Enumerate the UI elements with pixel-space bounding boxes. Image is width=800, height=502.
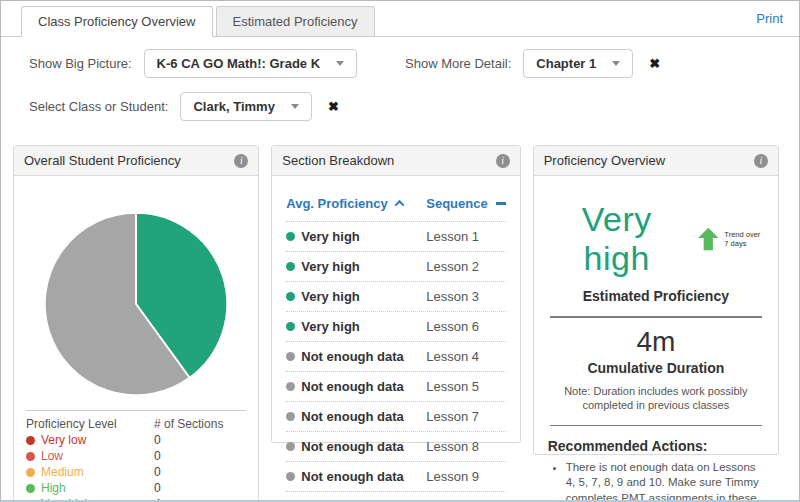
sort-sequence[interactable]: Sequence	[426, 196, 505, 211]
legend-label: Very low	[41, 432, 86, 448]
table-row: Very high Lesson 2	[286, 251, 505, 281]
high-dot-icon	[26, 484, 35, 493]
proficiency-dot-icon	[286, 382, 295, 391]
medium-dot-icon	[26, 468, 35, 477]
print-link[interactable]: Print	[756, 11, 783, 26]
tab-estimated-proficiency[interactable]: Estimated Proficiency	[216, 6, 375, 36]
clear-student-icon[interactable]: ✖	[328, 99, 339, 114]
sequence-value: Lesson 3	[426, 289, 479, 304]
recommended-actions-title: Recommended Actions:	[548, 438, 764, 454]
big-picture-dropdown[interactable]: K-6 CA GO Math!: Grade K	[144, 49, 357, 78]
trend-up-arrow-icon	[696, 226, 721, 252]
sequence-value: Lesson 5	[426, 379, 479, 394]
table-row: Not enough data Lesson 7	[286, 401, 505, 431]
filter-row-course: Show Big Picture: K-6 CA GO Math!: Grade…	[29, 49, 799, 78]
table-row: Not enough data Lesson 4	[286, 341, 505, 371]
proficiency-dashboard: { "tabs": { "class_overview": "Class Pro…	[0, 0, 800, 502]
info-icon[interactable]: i	[496, 154, 510, 168]
proficiency-dot-icon	[286, 472, 295, 481]
legend-count: 0	[154, 448, 161, 464]
panel-header: Overall Student Proficiency i	[14, 146, 258, 176]
panel-section-breakdown: Section Breakdown i Avg. Proficiency Seq…	[271, 145, 520, 443]
col-header-label: Sequence	[426, 196, 487, 211]
more-detail-label: Show More Detail:	[405, 56, 511, 71]
duration-note: Note: Duration includes work possibly co…	[548, 384, 764, 413]
more-detail-value: Chapter 1	[536, 56, 596, 71]
sequence-value: Lesson 6	[426, 319, 479, 334]
breakdown-table: Avg. Proficiency Sequence Very high Less…	[272, 176, 519, 502]
legend-row-high: High 0	[26, 480, 246, 496]
sequence-value: Lesson 4	[426, 349, 479, 364]
tab-class-proficiency-overview[interactable]: Class Proficiency Overview	[21, 6, 213, 36]
info-icon[interactable]: i	[234, 154, 248, 168]
proficiency-dot-icon	[286, 292, 295, 301]
sort-none-icon	[496, 202, 506, 205]
divider	[550, 316, 762, 318]
sort-ascending-icon	[394, 200, 404, 210]
pie-chart-svg	[40, 208, 232, 400]
filter-bar: Show Big Picture: K-6 CA GO Math!: Grade…	[1, 37, 799, 137]
table-row: Not enough data Lesson 5	[286, 371, 505, 401]
legend-label: High	[41, 480, 66, 496]
student-value: Clark, Timmy	[193, 99, 274, 114]
student-dropdown[interactable]: Clark, Timmy	[180, 92, 311, 121]
tab-bar: Class Proficiency Overview Estimated Pro…	[1, 1, 799, 37]
info-icon[interactable]: i	[754, 154, 768, 168]
proficiency-value: Not enough data	[301, 349, 404, 364]
overview-body: Very high Trend over 7 days Estimated Pr…	[534, 176, 778, 502]
proficiency-value: Not enough data	[301, 439, 404, 454]
divider	[550, 425, 762, 426]
proficiency-level-value: Very high	[548, 200, 686, 278]
panel-overall-student-proficiency: Overall Student Proficiency i Proficienc…	[13, 145, 259, 502]
cumulative-duration-value: 4m	[548, 326, 764, 358]
sequence-value: Lesson 1	[426, 229, 479, 244]
legend-count: 0	[154, 464, 161, 480]
col-header-label: Avg. Proficiency	[286, 196, 387, 211]
proficiency-value: Very high	[301, 289, 360, 304]
caret-down-icon	[336, 61, 344, 66]
estimated-proficiency-label: Estimated Proficiency	[548, 288, 764, 304]
table-row: Very high Lesson 3	[286, 281, 505, 311]
pie-legend: Proficiency Level # of Sections Very low…	[26, 410, 246, 502]
caret-down-icon	[291, 104, 299, 109]
big-picture-value: K-6 CA GO Math!: Grade K	[157, 56, 320, 71]
legend-row-medium: Medium 0	[26, 464, 246, 480]
legend-row-very-low: Very low 0	[26, 432, 246, 448]
table-row: Not enough data Lesson 8	[286, 431, 505, 461]
panel-proficiency-overview: Proficiency Overview i Very high Trend o…	[533, 145, 779, 455]
sort-avg-proficiency[interactable]: Avg. Proficiency	[286, 196, 426, 211]
low-dot-icon	[26, 452, 35, 461]
big-picture-label: Show Big Picture:	[29, 56, 132, 71]
panel-header: Proficiency Overview i	[534, 146, 778, 176]
more-detail-dropdown[interactable]: Chapter 1	[523, 49, 633, 78]
proficiency-value: Very high	[301, 319, 360, 334]
legend-label: Low	[41, 448, 63, 464]
panel-title: Overall Student Proficiency	[24, 153, 181, 168]
proficiency-dot-icon	[286, 412, 295, 421]
panels-container: Overall Student Proficiency i Proficienc…	[1, 137, 799, 502]
breakdown-header-row: Avg. Proficiency Sequence	[286, 190, 505, 221]
panel-header: Section Breakdown i	[272, 146, 519, 176]
recommendation-item: There is not enough data on Lessons 4, 5…	[566, 460, 764, 502]
legend-header-count: # of Sections	[154, 416, 223, 432]
sequence-value: Lesson 8	[426, 439, 479, 454]
legend-label: Very high	[41, 496, 91, 502]
trend-label: Trend over 7 days	[724, 230, 764, 248]
table-row: Not enough data Lesson 10	[286, 491, 505, 502]
proficiency-dot-icon	[286, 262, 295, 271]
very-low-dot-icon	[26, 436, 35, 445]
table-row: Not enough data Lesson 9	[286, 461, 505, 491]
recommended-actions-list: There is not enough data on Lessons 4, 5…	[566, 460, 764, 502]
table-row: Very high Lesson 1	[286, 221, 505, 251]
legend-count: 4	[154, 496, 161, 502]
legend-count: 0	[154, 480, 161, 496]
proficiency-value: Very high	[301, 229, 360, 244]
proficiency-value: Not enough data	[301, 379, 404, 394]
filter-row-student: Select Class or Student: Clark, Timmy ✖	[29, 92, 799, 121]
select-student-label: Select Class or Student:	[29, 99, 168, 114]
table-row: Very high Lesson 6	[286, 311, 505, 341]
sequence-value: Lesson 2	[426, 259, 479, 274]
clear-detail-icon[interactable]: ✖	[649, 56, 660, 71]
caret-down-icon	[612, 61, 620, 66]
legend-header-level: Proficiency Level	[26, 416, 154, 432]
